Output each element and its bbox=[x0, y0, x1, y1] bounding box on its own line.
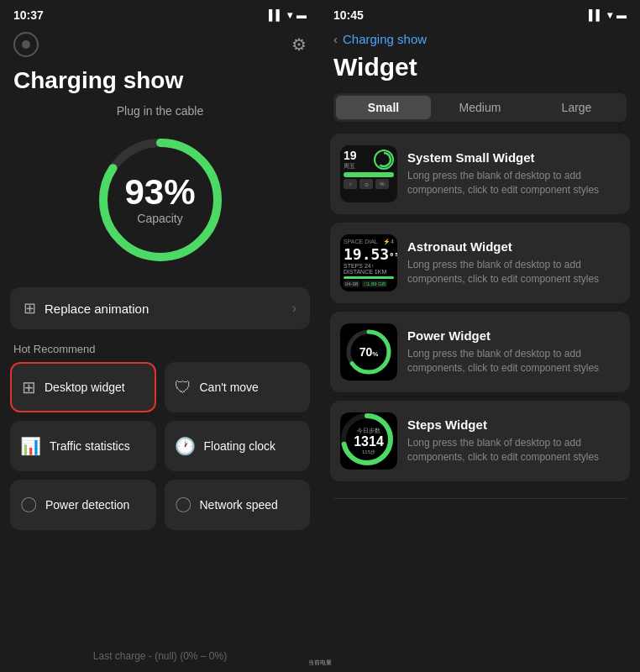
replace-anim-left: ⊞ Replace animation bbox=[24, 299, 149, 318]
tab-medium[interactable]: Medium bbox=[433, 96, 527, 119]
bottom-divider bbox=[333, 498, 627, 499]
steps-name: Steps Widget bbox=[407, 417, 620, 432]
power-detection-label: Power detection bbox=[45, 498, 129, 512]
steps-thumbnail: 今日步数 1314 115步 bbox=[340, 412, 397, 470]
desktop-widget-icon: ⊞ bbox=[22, 377, 36, 397]
system-small-info: System Small Widget Long press the blank… bbox=[407, 150, 620, 197]
right-status-bar: 10:45 ▌▌ ▾ ▬ bbox=[320, 0, 640, 27]
svg-point-2 bbox=[377, 153, 391, 166]
chevron-right-icon: › bbox=[292, 301, 296, 316]
r-battery-icon: ▬ bbox=[616, 9, 627, 21]
bottom-charge-label: Last charge - (null) (0% – 0%) bbox=[0, 642, 320, 672]
traffic-label: Traffic statistics bbox=[50, 439, 130, 453]
right-panel: 10:45 ▌▌ ▾ ▬ ‹ Charging show Widget Smal… bbox=[320, 0, 640, 672]
left-page-title: Charging show bbox=[0, 64, 320, 104]
tab-large[interactable]: Large bbox=[529, 96, 624, 119]
astro-thumb-content: SPACE DIAL ⚡4 19.53⁰⁵ STEPS 24↑ DISTANCE… bbox=[340, 234, 397, 291]
network-speed-icon: 〇 bbox=[175, 494, 191, 517]
system-thumb-content: 19 周五 ♪ ⊙ % bbox=[340, 145, 397, 202]
back-label: Charging show bbox=[343, 32, 427, 46]
left-panel: 10:37 ▌▌ ▾ ▬ ⚙ Charging show Plug in the… bbox=[0, 0, 320, 672]
cant-move-icon: 🛡 bbox=[175, 378, 191, 397]
r-signal-icon: ▌▌ bbox=[589, 9, 603, 21]
size-tab-bar: Small Medium Large bbox=[333, 93, 627, 122]
steps-widget-card[interactable]: 今日步数 1314 115步 Steps Widget Long press t… bbox=[330, 401, 630, 481]
battery-percent: 93% bbox=[124, 175, 195, 210]
power-name: Power Widget bbox=[407, 328, 620, 343]
left-status-bar: 10:37 ▌▌ ▾ ▬ bbox=[0, 0, 320, 27]
record-button[interactable] bbox=[13, 32, 39, 57]
battery-circle: 93% Capacity bbox=[93, 133, 228, 267]
floating-clock-item[interactable]: 🕐 Floating clock bbox=[165, 421, 311, 471]
left-status-icons: ▌▌ ▾ ▬ bbox=[269, 9, 307, 21]
cant-move-item[interactable]: 🛡 Can't move bbox=[165, 362, 311, 412]
plug-label: Plug in the cable bbox=[0, 104, 320, 118]
power-info: Power Widget Long press the blank of des… bbox=[407, 328, 620, 375]
astronaut-widget-card[interactable]: SPACE DIAL ⚡4 19.53⁰⁵ STEPS 24↑ DISTANCE… bbox=[330, 223, 630, 303]
replace-animation-button[interactable]: ⊞ Replace animation › bbox=[10, 287, 310, 329]
battery-capacity: Capacity bbox=[124, 212, 195, 225]
astronaut-thumbnail: SPACE DIAL ⚡4 19.53⁰⁵ STEPS 24↑ DISTANCE… bbox=[340, 234, 397, 291]
replace-icon: ⊞ bbox=[24, 299, 36, 318]
steps-desc: Long press the blank of desktop to add c… bbox=[407, 436, 620, 465]
network-speed-item[interactable]: 〇 Network speed bbox=[165, 480, 311, 530]
system-small-desc: Long press the blank of desktop to add c… bbox=[407, 169, 620, 197]
system-small-widget-card[interactable]: 19 周五 ♪ ⊙ % bbox=[330, 134, 630, 214]
power-thumbnail: 70% 当前电量 bbox=[340, 323, 397, 381]
tab-small[interactable]: Small bbox=[336, 96, 431, 119]
signal-icon: ▌▌ bbox=[269, 9, 283, 21]
settings-icon[interactable]: ⚙ bbox=[291, 34, 307, 55]
system-small-thumbnail: 19 周五 ♪ ⊙ % bbox=[340, 145, 397, 202]
astronaut-info: Astronaut Widget Long press the blank of… bbox=[407, 239, 620, 286]
floating-clock-icon: 🕐 bbox=[175, 436, 196, 456]
floating-clock-label: Floating clock bbox=[204, 439, 276, 453]
desktop-widget-label: Desktop widget bbox=[45, 381, 125, 394]
power-thumb-content: 70% 当前电量 bbox=[340, 323, 397, 381]
steps-info: Steps Widget Long press the blank of des… bbox=[407, 417, 620, 465]
desktop-widget-item[interactable]: ⊞ Desktop widget bbox=[10, 362, 156, 412]
traffic-icon: 📊 bbox=[20, 436, 41, 456]
wifi-icon: ▾ bbox=[287, 9, 292, 21]
astronaut-name: Astronaut Widget bbox=[407, 239, 620, 254]
replace-animation-label: Replace animation bbox=[45, 302, 149, 316]
battery-icon: ▬ bbox=[296, 9, 307, 21]
r-wifi-icon: ▾ bbox=[607, 9, 612, 21]
hot-recommend-label: Hot Recommend bbox=[0, 339, 320, 362]
power-detection-icon: 〇 bbox=[20, 494, 37, 517]
power-desc: Long press the blank of desktop to add c… bbox=[407, 347, 620, 375]
network-speed-label: Network speed bbox=[200, 498, 278, 512]
power-widget-card[interactable]: 70% 当前电量 Power Widget Long press the bla… bbox=[330, 312, 630, 392]
system-small-name: System Small Widget bbox=[407, 150, 620, 165]
widget-list: 19 周五 ♪ ⊙ % bbox=[320, 134, 640, 495]
back-button[interactable]: ‹ Charging show bbox=[320, 27, 640, 50]
traffic-statistics-item[interactable]: 📊 Traffic statistics bbox=[10, 421, 156, 471]
features-grid: ⊞ Desktop widget 🛡 Can't move 📊 Traffic … bbox=[0, 362, 320, 530]
power-detection-item[interactable]: 〇 Power detection bbox=[10, 480, 156, 530]
left-time: 10:37 bbox=[13, 8, 44, 22]
right-time: 10:45 bbox=[333, 8, 364, 22]
battery-text: 93% Capacity bbox=[124, 175, 195, 225]
top-bar: ⚙ bbox=[0, 27, 320, 64]
astronaut-desc: Long press the blank of desktop to add c… bbox=[407, 258, 620, 286]
cant-move-label: Can't move bbox=[200, 381, 259, 394]
back-chevron-icon: ‹ bbox=[333, 32, 338, 46]
right-status-icons: ▌▌ ▾ ▬ bbox=[589, 9, 627, 21]
right-page-title: Widget bbox=[320, 50, 640, 93]
